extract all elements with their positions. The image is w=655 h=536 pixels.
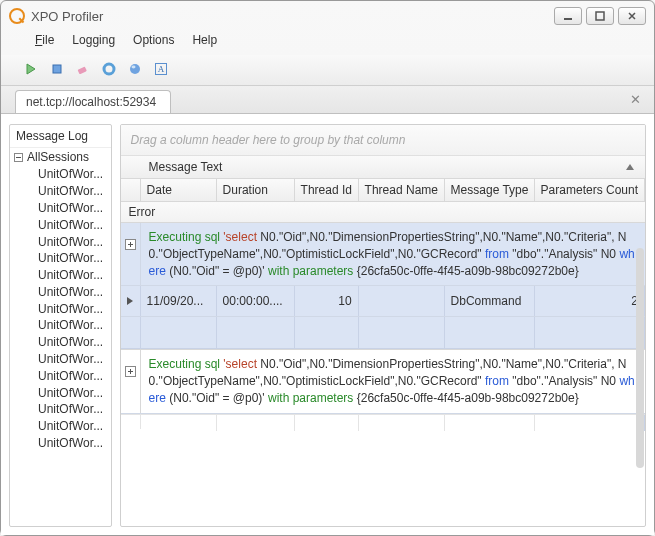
column-headers: Date Duration Thread Id Thread Name Mess…	[121, 179, 645, 202]
tree-item[interactable]: UnitOfWor...	[10, 267, 111, 284]
tree-item[interactable]: UnitOfWor...	[10, 250, 111, 267]
toolbar: A	[1, 55, 654, 86]
cell-date: 11/09/20...	[141, 286, 217, 316]
col-date[interactable]: Date	[141, 179, 217, 201]
tree-root[interactable]: Message Log	[10, 125, 111, 148]
menu-help[interactable]: Help	[184, 31, 225, 49]
tree-item[interactable]: UnitOfWor...	[10, 351, 111, 368]
scrollbar-thumb[interactable]	[636, 248, 644, 468]
cell-params-count: 2	[535, 286, 645, 316]
grid-detail-row[interactable]: 11/09/20... 00:00:00.... 10 DbCommand 2	[121, 286, 645, 317]
sort-asc-icon	[625, 160, 645, 174]
expand-icon[interactable]	[125, 239, 136, 250]
cell-thread-name	[359, 286, 445, 316]
tree-panel: Message Log AllSessions UnitOfWor...Unit…	[9, 124, 112, 527]
tree-item[interactable]: UnitOfWor...	[10, 401, 111, 418]
error-header: Error	[121, 202, 645, 223]
grid-row[interactable]: Executing sql 'select N0."Oid",N0."Dimen…	[121, 223, 645, 286]
svg-rect-4	[53, 65, 61, 73]
minimize-button[interactable]	[554, 7, 582, 25]
app-window: XPO Profiler File Logging Options Help A…	[0, 0, 655, 536]
maximize-button[interactable]	[586, 7, 614, 25]
col-thread-name[interactable]: Thread Name	[359, 179, 445, 201]
play-icon[interactable]	[19, 58, 43, 80]
tab-close-icon[interactable]: ✕	[630, 90, 646, 106]
tree-item[interactable]: UnitOfWor...	[10, 384, 111, 401]
svg-point-6	[104, 64, 114, 74]
svg-text:A: A	[158, 64, 165, 74]
close-button[interactable]	[618, 7, 646, 25]
tree-item[interactable]: UnitOfWor...	[10, 283, 111, 300]
title-bar: XPO Profiler	[1, 1, 654, 29]
svg-rect-3	[596, 12, 604, 20]
svg-rect-2	[564, 18, 572, 20]
connection-tab[interactable]: net.tcp://localhost:52934	[15, 90, 171, 113]
tree-item[interactable]: UnitOfWor...	[10, 367, 111, 384]
col-message-type[interactable]: Message Type	[445, 179, 535, 201]
tree-item[interactable]: UnitOfWor...	[10, 200, 111, 217]
menu-bar: File Logging Options Help	[1, 29, 654, 55]
grid-row[interactable]: Executing sql 'select N0."Oid",N0."Dimen…	[121, 349, 645, 413]
collapse-icon[interactable]	[14, 153, 23, 162]
svg-rect-5	[78, 66, 87, 74]
grid-panel: Drag a column header here to group by th…	[120, 124, 646, 527]
tree-session-label: AllSessions	[27, 150, 89, 164]
message-text-cell: Executing sql 'select N0."Oid",N0."Dimen…	[141, 223, 645, 285]
svg-rect-12	[16, 157, 21, 158]
eraser-icon[interactable]	[71, 58, 95, 80]
menu-file[interactable]: File	[27, 31, 62, 49]
tree-session-node[interactable]: AllSessions	[10, 148, 111, 166]
cell-duration: 00:00:00....	[217, 286, 295, 316]
col-duration[interactable]: Duration	[217, 179, 295, 201]
tree-item[interactable]: UnitOfWor...	[10, 418, 111, 435]
message-text-header[interactable]: Message Text	[121, 156, 645, 179]
tree-item[interactable]: UnitOfWor...	[10, 317, 111, 334]
menu-options[interactable]: Options	[125, 31, 182, 49]
tab-strip: net.tcp://localhost:52934 ✕	[1, 86, 654, 114]
tree-item[interactable]: UnitOfWor...	[10, 300, 111, 317]
expand-icon[interactable]	[125, 366, 136, 377]
stop-icon[interactable]	[45, 58, 69, 80]
svg-point-8	[132, 66, 136, 69]
svg-point-7	[130, 64, 140, 74]
tree-item[interactable]: UnitOfWor...	[10, 233, 111, 250]
tree-item[interactable]: UnitOfWor...	[10, 435, 111, 452]
menu-logging[interactable]: Logging	[64, 31, 123, 49]
empty-row	[121, 317, 645, 349]
col-thread-id[interactable]: Thread Id	[295, 179, 359, 201]
cell-message-type: DbCommand	[445, 286, 535, 316]
row-indicator-icon	[121, 286, 141, 316]
tree-item[interactable]: UnitOfWor...	[10, 183, 111, 200]
col-params-count[interactable]: Parameters Count	[535, 179, 645, 201]
message-text-cell: Executing sql 'select N0."Oid",N0."Dimen…	[141, 350, 645, 412]
group-by-bar[interactable]: Drag a column header here to group by th…	[121, 125, 645, 156]
tree-item[interactable]: UnitOfWor...	[10, 334, 111, 351]
cell-thread-id: 10	[295, 286, 359, 316]
sphere-icon[interactable]	[123, 58, 147, 80]
tree-item[interactable]: UnitOfWor...	[10, 166, 111, 183]
window-title: XPO Profiler	[31, 9, 554, 24]
app-logo-icon	[9, 8, 25, 24]
donut-icon[interactable]	[97, 58, 121, 80]
tree-item[interactable]: UnitOfWor...	[10, 216, 111, 233]
text-a-icon[interactable]: A	[149, 58, 173, 80]
